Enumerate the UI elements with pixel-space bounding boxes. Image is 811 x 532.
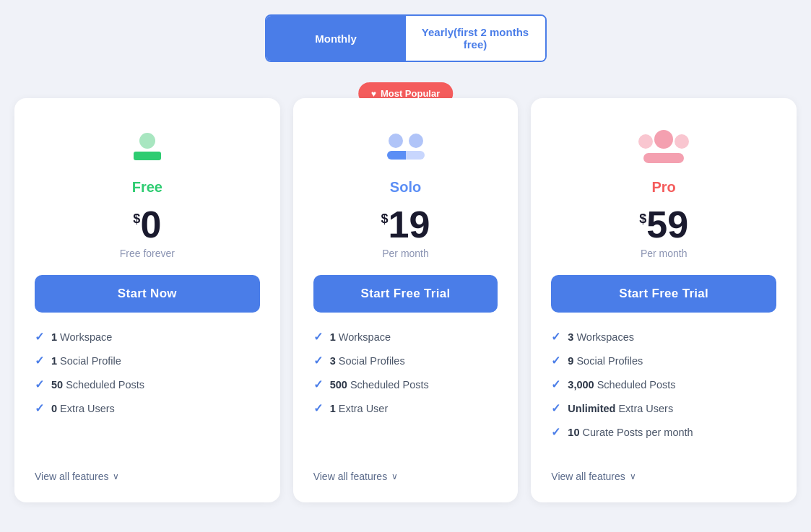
solo-head-1: [389, 134, 403, 148]
pro-head-left: [638, 134, 653, 149]
solo-card-wrapper: ♥ Most Popular Solo $ 19 Per month Start…: [293, 98, 519, 502]
free-price-amount: 0: [140, 206, 161, 243]
list-item: ✓ 1 Workspace: [313, 330, 498, 344]
solo-icon-heads: [389, 134, 423, 148]
feature-bold: 3: [568, 331, 573, 343]
feature-bold: 10: [568, 427, 579, 438]
free-plan-name: Free: [35, 179, 260, 196]
solo-price-amount: 19: [389, 206, 430, 243]
view-all-label: View all features: [551, 471, 625, 482]
feature-bold: 500: [330, 379, 347, 391]
plans-container: Free $ 0 Free forever Start Now ✓ 1 Work…: [14, 98, 797, 502]
solo-dollar-sign: $: [381, 212, 389, 227]
list-item: ✓ 1 Extra User: [313, 401, 498, 415]
check-icon: ✓: [551, 330, 560, 344]
free-icon-head: [139, 133, 155, 149]
pro-dollar-sign: $: [639, 212, 646, 227]
check-icon: ✓: [313, 378, 323, 391]
pro-cta-button[interactable]: Start Free Trial: [551, 275, 776, 313]
list-item: ✓ 500 Scheduled Posts: [313, 378, 498, 391]
feature-bold: 3,000: [568, 379, 594, 391]
solo-plan-price: $ 19: [313, 206, 498, 243]
pro-price-period: Per month: [551, 248, 776, 259]
yearly-toggle-button[interactable]: Yearly(first 2 months free): [406, 16, 545, 61]
pro-view-all-button[interactable]: View all features ∨: [551, 471, 776, 482]
solo-cta-button[interactable]: Start Free Trial: [313, 275, 498, 313]
pro-plan-price: $ 59: [551, 206, 776, 243]
list-item: ✓ 3,000 Scheduled Posts: [551, 378, 776, 391]
free-plan-price: $ 0: [35, 206, 260, 243]
solo-plan-name: Solo: [313, 179, 498, 196]
chevron-down-icon: ∨: [391, 471, 398, 481]
list-item: ✓ 0 Extra Users: [35, 401, 260, 415]
pro-price-amount: 59: [646, 206, 688, 243]
check-icon: ✓: [551, 378, 560, 391]
check-icon: ✓: [35, 354, 44, 367]
feature-bold: 9: [568, 355, 573, 367]
feature-bold: 0: [51, 403, 57, 414]
solo-features-list: ✓ 1 Workspace ✓ 3 Social Profiles ✓ 500 …: [313, 330, 498, 458]
feature-bold: Unlimited: [568, 403, 615, 414]
check-icon: ✓: [313, 401, 323, 415]
monthly-toggle-button[interactable]: Monthly: [266, 16, 406, 61]
feature-bold: 1: [330, 331, 336, 343]
billing-toggle: Monthly Yearly(first 2 months free): [265, 14, 547, 62]
pro-plan-name: Pro: [551, 179, 776, 196]
pro-features-list: ✓ 3 Workspaces ✓ 9 Social Profiles ✓ 3,0…: [551, 330, 776, 458]
solo-head-2: [409, 134, 423, 148]
list-item: ✓ 1 Workspace: [35, 330, 260, 344]
check-icon: ✓: [35, 330, 44, 344]
pro-plan-card: Pro $ 59 Per month Start Free Trial ✓ 3 …: [531, 98, 797, 502]
free-plan-card: Free $ 0 Free forever Start Now ✓ 1 Work…: [14, 98, 280, 502]
free-plan-icon: [35, 121, 260, 172]
feature-bold: 50: [51, 379, 63, 391]
pro-icon-top: [638, 130, 689, 149]
list-item: ✓ Unlimited Extra Users: [551, 401, 776, 415]
free-icon: [134, 133, 161, 160]
check-icon: ✓: [551, 354, 560, 367]
pro-head-center: [654, 130, 673, 149]
check-icon: ✓: [551, 425, 560, 439]
free-cta-button[interactable]: Start Now: [35, 275, 260, 313]
check-icon: ✓: [313, 354, 323, 367]
free-dollar-sign: $: [133, 212, 140, 227]
pro-head-right: [675, 134, 689, 149]
check-icon: ✓: [35, 378, 44, 391]
list-item: ✓ 3 Social Profiles: [313, 354, 498, 367]
feature-bold: 1: [51, 355, 57, 367]
list-item: ✓ 10 Curate Posts per month: [551, 425, 776, 439]
free-price-period: Free forever: [35, 248, 260, 259]
pro-plan-icon: [551, 121, 776, 172]
solo-icon: [387, 134, 425, 160]
pro-icon-body: [643, 153, 684, 163]
view-all-label: View all features: [35, 471, 108, 482]
solo-plan-card: Solo $ 19 Per month Start Free Trial ✓ 1…: [293, 98, 519, 502]
free-icon-body: [134, 152, 161, 160]
heart-icon: ♥: [371, 89, 376, 99]
list-item: ✓ 3 Workspaces: [551, 330, 776, 344]
list-item: ✓ 50 Scheduled Posts: [35, 378, 260, 391]
chevron-down-icon: ∨: [630, 471, 636, 481]
list-item: ✓ 1 Social Profile: [35, 354, 260, 367]
solo-icon-body: [387, 151, 425, 160]
pro-icon: [638, 130, 689, 163]
feature-bold: 1: [330, 403, 336, 414]
most-popular-label: Most Popular: [381, 88, 440, 99]
check-icon: ✓: [35, 401, 44, 415]
chevron-down-icon: ∨: [113, 471, 119, 481]
free-features-list: ✓ 1 Workspace ✓ 1 Social Profile ✓ 50 Sc…: [35, 330, 260, 458]
view-all-label: View all features: [313, 471, 387, 482]
solo-plan-icon: [313, 121, 498, 172]
feature-bold: 1: [51, 331, 57, 343]
list-item: ✓ 9 Social Profiles: [551, 354, 776, 367]
solo-view-all-button[interactable]: View all features ∨: [313, 471, 498, 482]
free-view-all-button[interactable]: View all features ∨: [35, 471, 260, 482]
solo-price-period: Per month: [313, 248, 498, 259]
check-icon: ✓: [313, 330, 323, 344]
check-icon: ✓: [551, 401, 560, 415]
feature-bold: 3: [330, 355, 336, 367]
